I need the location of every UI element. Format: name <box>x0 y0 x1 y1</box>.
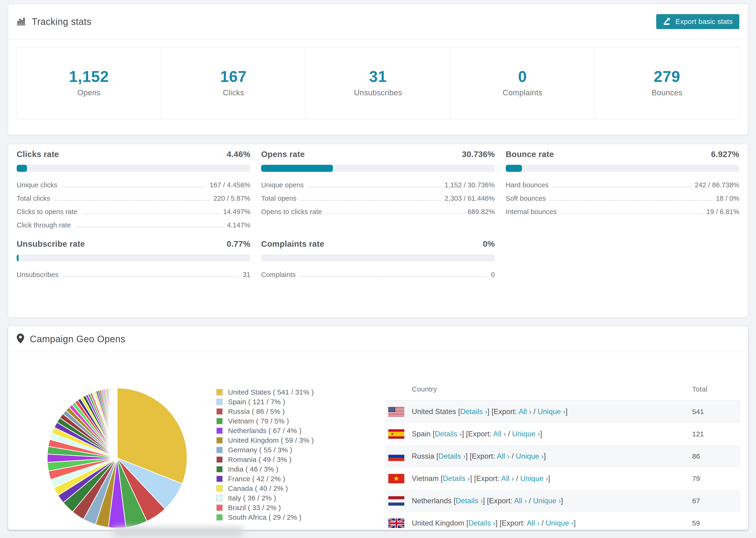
geo-table: Country Total United States [Details ›] … <box>386 378 740 530</box>
flag-us-icon <box>388 407 404 416</box>
legend-swatch <box>216 505 223 511</box>
rates-card: Clicks rate4.46%Unique clicks167 / 4.456… <box>8 144 748 318</box>
export-unique-link[interactable]: Unique › <box>538 407 566 416</box>
rate-detail-label: Unsubscribes <box>17 271 58 279</box>
geo-row-static-text: Vietnam [ <box>412 474 443 483</box>
rate-detail-rows: Hard bounces242 / 86.738%Soft bounces18 … <box>506 181 739 221</box>
export-unique-link[interactable]: Unique › <box>512 430 540 438</box>
geo-row-total: 121 <box>692 430 740 438</box>
legend-swatch <box>216 389 223 396</box>
export-all-link[interactable]: All › <box>519 407 531 416</box>
details-link[interactable]: Details › <box>435 430 462 438</box>
summary-stat-clicks: 167Clicks <box>162 47 306 119</box>
geo-row-static-text: ] <box>540 430 542 438</box>
flag-nl-icon <box>388 496 404 506</box>
rate-value: 0.77% <box>227 239 250 248</box>
rate-detail-row: Total clicks220 / 5.87% <box>17 194 250 208</box>
rate-title: Bounce rate <box>506 149 554 159</box>
legend-swatch <box>216 437 223 444</box>
geo-row-static-text: / <box>506 430 512 438</box>
rate-detail-rows: Complaints0 <box>261 271 495 284</box>
export-all-link[interactable]: All › <box>527 519 540 527</box>
rate-block-unsubscribe-rate: Unsubscribe rate0.77%Unsubscribes31 <box>17 239 250 284</box>
export-unique-link[interactable]: Unique › <box>533 497 561 505</box>
geo-row-text: Vietnam [Details ›] [Export: All › / Uni… <box>412 474 692 483</box>
details-link[interactable]: Details › <box>460 407 487 416</box>
export-all-link[interactable]: All › <box>493 430 506 438</box>
rate-detail-row: Unique opens1,152 / 30.736% <box>261 181 495 194</box>
export-unique-link[interactable]: Unique › <box>546 519 574 527</box>
geo-row-static-text: / <box>527 497 533 505</box>
progress-fill <box>17 254 19 261</box>
export-basic-stats-button[interactable]: Export basic stats <box>656 14 739 29</box>
geo-table-row-nl: Netherlands [Details ›] [Export: All › /… <box>386 490 740 512</box>
pie-legend: United States ( 541 / 31% )Spain ( 121 /… <box>216 387 314 522</box>
page-title: Tracking stats <box>32 17 91 27</box>
rate-value: 6.927% <box>711 149 739 159</box>
summary-stat-label: Unsubscribes <box>306 88 450 97</box>
export-unique-link[interactable]: Unique › <box>520 474 548 483</box>
summary-stat-label: Bounces <box>595 88 739 97</box>
details-link[interactable]: Details › <box>468 519 496 527</box>
total-column-header: Total <box>692 385 740 393</box>
legend-label: India ( 46 / 3% ) <box>228 465 279 473</box>
summary-stat-value: 1,152 <box>17 68 161 85</box>
rate-detail-value: 18 / 0% <box>716 194 739 202</box>
geo-row-text: Spain [Details ›] [Export: All › / Uniqu… <box>412 430 692 438</box>
legend-swatch <box>216 408 223 415</box>
geo-row-static-text: United Kingdom [ <box>412 519 468 527</box>
geo-table-row-gb: United Kingdom [Details ›] [Export: All … <box>386 512 740 530</box>
legend-label: Russia ( 86 / 5% ) <box>228 407 285 415</box>
legend-swatch <box>216 495 223 501</box>
legend-item: Romania ( 49 / 3% ) <box>216 455 314 464</box>
geo-row-static-text: / <box>510 452 516 460</box>
legend-swatch <box>216 399 223 405</box>
dotted-leader <box>550 200 712 201</box>
details-link[interactable]: Details › <box>443 474 470 483</box>
progress-bar <box>17 254 250 261</box>
horizontal-scrollbar-thumb[interactable] <box>112 527 244 537</box>
rate-detail-value: 14.497% <box>223 208 250 216</box>
dotted-leader <box>75 227 223 228</box>
geo-opens-pie-chart <box>45 386 189 530</box>
export-all-link[interactable]: All › <box>501 474 514 483</box>
rate-detail-row: Complaints0 <box>261 271 495 284</box>
rate-detail-value: 31 <box>243 271 250 279</box>
geo-opens-title: Campaign Geo Opens <box>30 334 125 344</box>
details-link[interactable]: Details › <box>439 452 466 460</box>
geo-table-body: United States [Details ›] [Export: All ›… <box>386 401 740 530</box>
pie-slice[interactable] <box>117 388 117 458</box>
rate-detail-value: 689.82% <box>468 208 495 216</box>
legend-swatch <box>216 418 223 424</box>
legend-item: Italy ( 36 / 2% ) <box>216 493 314 503</box>
progress-fill <box>261 165 333 172</box>
geo-table-row-ru: Russia [Details ›] [Export: All › / Uniq… <box>386 445 740 467</box>
summary-stat-value: 279 <box>595 68 739 85</box>
rate-value: 0% <box>483 239 495 248</box>
geo-row-total: 79 <box>692 475 740 483</box>
export-unique-link[interactable]: Unique › <box>516 452 544 460</box>
export-all-link[interactable]: All › <box>514 497 527 505</box>
details-link[interactable]: Details › <box>456 497 483 505</box>
rate-title: Clicks rate <box>17 149 59 159</box>
geo-row-total: 541 <box>692 408 740 416</box>
rate-detail-label: Opens to clicks rate <box>261 208 322 216</box>
legend-label: Vietnam ( 79 / 5% ) <box>228 417 289 425</box>
progress-fill <box>17 165 27 172</box>
legend-label: Romania ( 49 / 3% ) <box>228 456 292 463</box>
dotted-leader <box>561 213 702 214</box>
export-all-link[interactable]: All › <box>497 452 510 460</box>
export-button-label: Export basic stats <box>675 18 733 26</box>
export-icon <box>663 17 672 27</box>
tracking-stats-title-group: Tracking stats <box>17 17 91 27</box>
progress-bar <box>261 165 495 172</box>
geo-row-static-text: United States [ <box>412 407 460 416</box>
rate-detail-value: 220 / 5.87% <box>213 194 250 202</box>
legend-label: Brazil ( 33 / 2% ) <box>228 504 281 512</box>
map-pin-icon <box>17 334 24 344</box>
geo-row-static-text: / <box>540 519 546 527</box>
rate-detail-label: Soft bounces <box>506 194 546 202</box>
rate-detail-value: 167 / 4.456% <box>210 181 250 189</box>
rate-detail-label: Clicks to opens rate <box>17 208 78 216</box>
rate-detail-row: Internal bounces19 / 6.81% <box>506 208 739 221</box>
